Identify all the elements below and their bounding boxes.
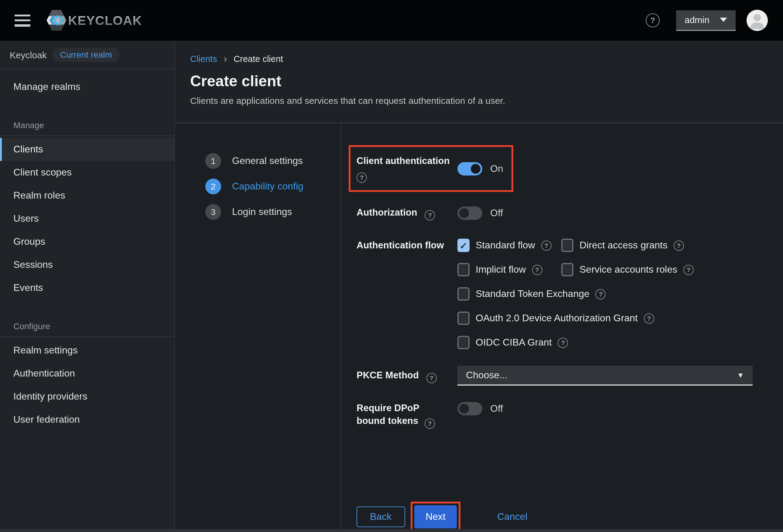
step-number: 3	[205, 204, 221, 220]
sidebar-item-events[interactable]: Events	[0, 276, 174, 300]
sidebar-item-groups[interactable]: Groups	[0, 230, 174, 253]
sidebar-nav: Keycloak Current realm Manage realms Man…	[0, 41, 175, 532]
help-icon[interactable]: ?	[541, 240, 552, 251]
hamburger-menu-button[interactable]	[14, 14, 30, 26]
breadcrumb-chevron-icon: ›	[224, 55, 227, 63]
page-header: Clients › Create client Create client Cl…	[175, 41, 783, 123]
step-number: 2	[205, 179, 221, 194]
client-authentication-label: Client authentication ?	[356, 154, 442, 183]
help-icon[interactable]: ?	[644, 313, 654, 323]
sidebar-item-authentication[interactable]: Authentication	[0, 362, 174, 385]
chevron-down-icon	[720, 18, 727, 22]
checkbox-label: Standard Token Exchange	[476, 288, 590, 300]
wizard-step-general-settings[interactable]: 1 General settings	[205, 153, 341, 169]
checkbox-oauth-device-authorization-grant[interactable]: OAuth 2.0 Device Authorization Grant ?	[458, 312, 654, 325]
step-label: General settings	[232, 155, 303, 166]
checkbox-standard-token-exchange[interactable]: Standard Token Exchange ?	[458, 287, 606, 301]
sidebar-item-client-scopes[interactable]: Client scopes	[0, 161, 174, 184]
avatar[interactable]	[747, 10, 768, 31]
toggle-knob	[459, 404, 469, 414]
sidebar-item-realm-settings[interactable]: Realm settings	[0, 339, 174, 362]
keycloak-logo: KEYCLOAK	[46, 9, 142, 32]
keycloak-logo-icon	[46, 9, 67, 32]
wizard-step-login-settings[interactable]: 3 Login settings	[205, 204, 341, 220]
realm-switcher: Keycloak Current realm	[0, 41, 174, 69]
checkbox-service-accounts-roles[interactable]: Service accounts roles ?	[561, 263, 694, 276]
username-label: admin	[685, 14, 710, 25]
checkbox-unchecked-icon	[458, 312, 470, 325]
user-avatar-icon	[747, 10, 768, 31]
breadcrumb: Clients › Create client	[190, 54, 769, 64]
keycloak-admin-console: KEYCLOAK ? admin Keycloak Current realm	[0, 0, 783, 532]
sidebar-item-clients[interactable]: Clients	[0, 138, 174, 161]
checkbox-label: Service accounts roles	[580, 264, 677, 275]
sidebar-item-user-federation[interactable]: User federation	[0, 408, 174, 431]
help-icon[interactable]: ?	[425, 210, 435, 220]
help-icon[interactable]: ?	[427, 373, 437, 383]
pkce-method-label: PKCE Method ?	[356, 368, 442, 383]
dpop-row: Require DPoP bound tokens ? Off	[356, 401, 753, 429]
authentication-flow-label: Authentication flow	[356, 239, 442, 349]
checkbox-unchecked-icon	[561, 263, 573, 276]
client-authentication-row-highlight: Client authentication ? On	[349, 145, 513, 192]
checkbox-label: Implicit flow	[476, 264, 526, 275]
breadcrumb-clients-link[interactable]: Clients	[190, 54, 217, 64]
wizard-steps-nav: 1 General settings 2 Capability config 3…	[175, 123, 341, 532]
help-icon[interactable]: ?	[532, 264, 542, 275]
brand-wordmark: KEYCLOAK	[68, 13, 142, 28]
sidebar-item-sessions[interactable]: Sessions	[0, 253, 174, 276]
checkbox-checked-icon: ✓	[458, 239, 470, 252]
back-button[interactable]: Back	[356, 506, 405, 527]
cancel-link[interactable]: Cancel	[497, 511, 528, 522]
help-icon[interactable]: ?	[646, 13, 660, 27]
toggle-knob	[471, 164, 480, 174]
current-realm-badge[interactable]: Current realm	[52, 48, 120, 62]
dpop-label: Require DPoP bound tokens ?	[356, 401, 442, 429]
client-authentication-toggle[interactable]	[458, 162, 482, 175]
checkbox-direct-access-grants[interactable]: Direct access grants ?	[561, 239, 684, 252]
wizard-step-capability-config[interactable]: 2 Capability config	[205, 179, 341, 194]
help-icon[interactable]: ?	[425, 418, 435, 429]
wizard-footer: Back Next Cancel	[356, 502, 753, 532]
help-icon[interactable]: ?	[596, 289, 606, 299]
realm-label: Keycloak	[10, 50, 47, 60]
authorization-row: Authorization ? Off	[356, 206, 753, 220]
step-number: 1	[205, 153, 221, 169]
user-menu-dropdown[interactable]: admin	[676, 10, 735, 31]
masthead: KEYCLOAK ? admin	[0, 0, 783, 41]
checkbox-unchecked-icon	[458, 263, 470, 276]
help-icon[interactable]: ?	[674, 240, 684, 251]
help-icon[interactable]: ?	[558, 337, 568, 348]
page-subtitle: Clients are applications and services th…	[190, 95, 769, 106]
select-value: Choose...	[466, 370, 507, 380]
checkbox-label: Direct access grants	[580, 240, 667, 251]
authorization-label: Authorization ?	[356, 206, 442, 220]
nav-group-manage: Manage	[0, 120, 174, 136]
nav-group-configure: Configure	[0, 321, 174, 337]
sidebar-item-realm-roles[interactable]: Realm roles	[0, 184, 174, 207]
checkbox-unchecked-icon	[561, 239, 573, 252]
toggle-state-label: Off	[490, 208, 503, 219]
authorization-toggle[interactable]	[458, 207, 482, 220]
sidebar-item-manage-realms[interactable]: Manage realms	[0, 75, 174, 98]
breadcrumb-current: Create client	[233, 54, 283, 64]
sidebar-item-users[interactable]: Users	[0, 207, 174, 230]
toggle-state-label: On	[490, 163, 503, 174]
pkce-method-select[interactable]: Choose... ▼	[458, 366, 753, 386]
toggle-knob	[459, 208, 469, 218]
checkbox-oidc-ciba-grant[interactable]: OIDC CIBA Grant ?	[458, 336, 568, 349]
horizontal-scrollbar-track[interactable]	[0, 529, 783, 532]
checkbox-label: OAuth 2.0 Device Authorization Grant	[476, 313, 638, 324]
sidebar-item-identity-providers[interactable]: Identity providers	[0, 385, 174, 408]
checkbox-implicit-flow[interactable]: Implicit flow ?	[458, 263, 561, 276]
pkce-method-row: PKCE Method ? Choose... ▼	[356, 366, 753, 386]
help-icon[interactable]: ?	[683, 264, 694, 275]
checkbox-label: Standard flow	[476, 240, 535, 251]
step-label: Capability config	[232, 181, 304, 192]
next-button[interactable]: Next	[414, 505, 457, 528]
help-icon[interactable]: ?	[356, 173, 367, 183]
toggle-state-label: Off	[490, 403, 503, 414]
checkbox-standard-flow[interactable]: ✓ Standard flow ?	[458, 239, 561, 252]
dpop-toggle[interactable]	[458, 402, 482, 415]
authentication-flow-row: Authentication flow ✓ Standard flow ?	[356, 239, 753, 349]
